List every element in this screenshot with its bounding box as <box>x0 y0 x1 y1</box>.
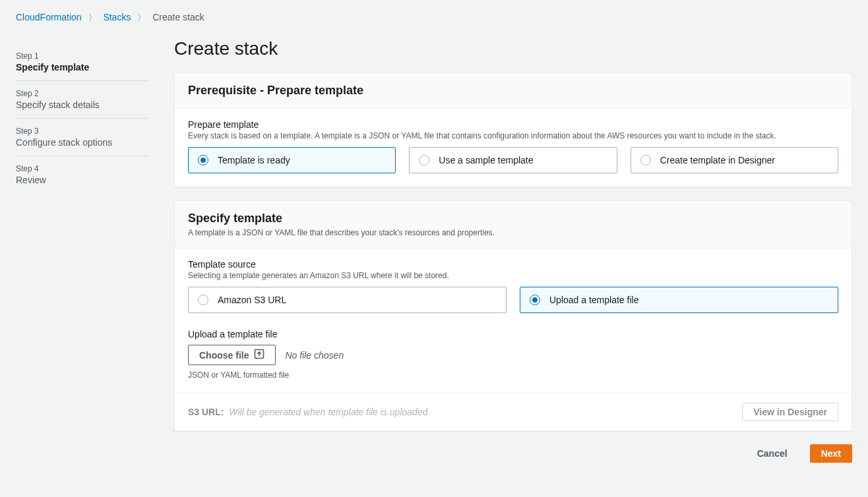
breadcrumb: CloudFormation 〉 Stacks 〉 Create stack <box>0 0 868 29</box>
radio-label: Use a sample template <box>439 155 533 165</box>
no-file-chosen-text: No file chosen <box>285 350 344 361</box>
breadcrumb-link-stacks[interactable]: Stacks <box>103 12 131 22</box>
field-label-template-source: Template source <box>188 259 838 270</box>
wizard-step-3[interactable]: Step 3 Configure stack options <box>16 119 148 156</box>
button-label: Choose file <box>199 350 249 361</box>
step-number: Step 3 <box>16 127 148 136</box>
step-number: Step 4 <box>16 164 148 173</box>
step-number: Step 2 <box>16 89 148 98</box>
step-title: Specify stack details <box>16 100 148 110</box>
radio-label: Create template in Designer <box>660 155 775 165</box>
wizard-step-4[interactable]: Step 4 Review <box>16 156 148 193</box>
field-label-prepare-template: Prepare template <box>188 119 838 130</box>
radio-label: Amazon S3 URL <box>218 295 286 305</box>
field-help: Selecting a template generates an Amazon… <box>188 271 838 280</box>
page-title: Create stack <box>174 38 852 59</box>
wizard-step-1[interactable]: Step 1 Specify template <box>16 44 148 81</box>
field-label-upload-file: Upload a template file <box>188 329 838 339</box>
radio-icon <box>198 155 208 165</box>
panel-prerequisite: Prerequisite - Prepare template Prepare … <box>174 73 852 187</box>
radio-template-ready[interactable]: Template is ready <box>188 147 396 173</box>
radio-icon <box>198 295 208 305</box>
chevron-right-icon: 〉 <box>88 13 97 22</box>
s3-url-line: S3 URL: Will be generated when template … <box>188 407 427 417</box>
radio-icon <box>419 155 429 165</box>
step-title: Review <box>16 175 148 185</box>
choose-file-button[interactable]: Choose file <box>188 345 276 365</box>
s3-url-label: S3 URL: <box>188 407 224 417</box>
radio-create-in-designer[interactable]: Create template in Designer <box>631 147 838 173</box>
step-title: Configure stack options <box>16 137 148 148</box>
step-number: Step 1 <box>16 51 148 61</box>
panel-specify-template: Specify template A template is a JSON or… <box>174 200 852 431</box>
field-help: Every stack is based on a template. A te… <box>188 131 838 140</box>
breadcrumb-current: Create stack <box>152 12 204 22</box>
panel-subheading: A template is a JSON or YAML file that d… <box>188 228 838 237</box>
panel-heading: Specify template <box>188 212 838 225</box>
cancel-button[interactable]: Cancel <box>747 445 798 462</box>
view-in-designer-button[interactable]: View in Designer <box>742 403 838 421</box>
breadcrumb-link-cloudformation[interactable]: CloudFormation <box>16 12 82 22</box>
radio-sample-template[interactable]: Use a sample template <box>409 147 617 173</box>
s3-url-value: Will be generated when template file is … <box>229 407 427 417</box>
radio-amazon-s3-url[interactable]: Amazon S3 URL <box>188 287 507 313</box>
panel-heading: Prerequisite - Prepare template <box>188 84 838 98</box>
upload-icon <box>254 349 264 361</box>
step-title: Specify template <box>16 62 148 73</box>
wizard-step-2[interactable]: Step 2 Specify stack details <box>16 81 148 119</box>
wizard-steps: Step 1 Specify template Step 2 Specify s… <box>16 29 148 463</box>
radio-upload-template-file[interactable]: Upload a template file <box>520 287 838 313</box>
radio-label: Upload a template file <box>549 295 638 305</box>
next-button[interactable]: Next <box>810 444 852 463</box>
page-actions: Cancel Next <box>174 444 852 463</box>
radio-label: Template is ready <box>218 155 290 165</box>
format-note: JSON or YAML formatted file <box>188 370 838 380</box>
radio-icon <box>530 295 540 305</box>
chevron-right-icon: 〉 <box>137 13 146 22</box>
radio-icon <box>640 155 651 165</box>
